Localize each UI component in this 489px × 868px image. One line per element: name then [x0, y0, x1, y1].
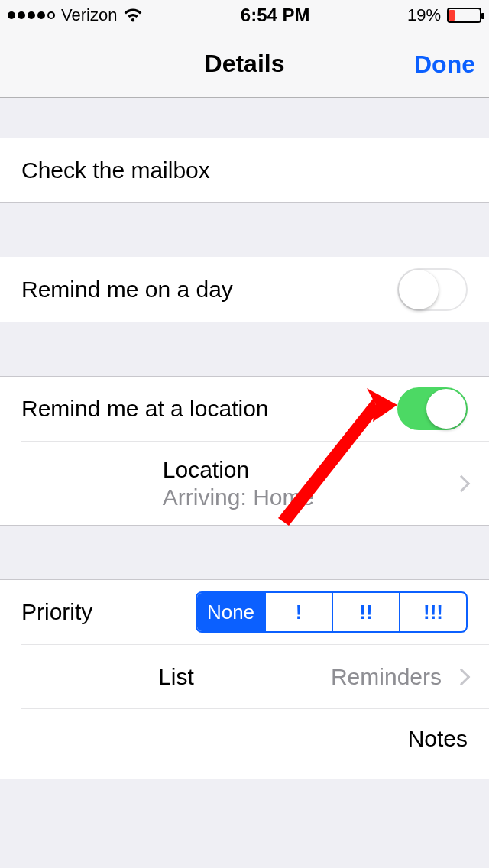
location-value: Arriving: Home — [163, 484, 314, 510]
remind-day-toggle[interactable] — [397, 268, 468, 311]
remind-location-toggle[interactable] — [397, 387, 468, 430]
location-row[interactable]: Location Arriving: Home — [21, 441, 489, 525]
priority-segmented[interactable]: None ! !! !!! — [196, 591, 468, 633]
location-label: Location — [163, 457, 314, 483]
remind-day-row: Remind me on a day — [0, 257, 489, 322]
nav-bar: Details Done — [0, 31, 489, 98]
priority-label: Priority — [21, 599, 92, 625]
chevron-right-icon — [453, 474, 471, 492]
status-right: 19% — [407, 5, 481, 25]
carrier-label: Verizon — [61, 5, 117, 25]
done-button[interactable]: Done — [414, 50, 475, 78]
notes-row[interactable]: Notes — [21, 708, 489, 779]
list-row[interactable]: List Reminders — [21, 644, 489, 708]
clock-label: 6:54 PM — [241, 5, 310, 26]
remind-location-group: Remind me at a location Location Arrivin… — [0, 376, 489, 526]
remind-location-label: Remind me at a location — [21, 396, 269, 422]
notes-label: Notes — [408, 726, 468, 752]
wifi-icon — [123, 8, 143, 23]
status-left: Verizon — [8, 5, 143, 25]
remind-day-label: Remind me on a day — [21, 277, 233, 303]
page-title: Details — [205, 50, 285, 78]
priority-option-none[interactable]: None — [197, 593, 264, 631]
chevron-right-icon — [453, 668, 471, 685]
priority-row: Priority None ! !! !!! — [0, 580, 489, 644]
reminder-title-text: Check the mailbox — [21, 157, 210, 183]
reminder-title-group: Check the mailbox — [0, 138, 489, 203]
priority-option-low[interactable]: ! — [264, 593, 332, 631]
signal-strength-icon — [8, 11, 55, 19]
remind-location-row: Remind me at a location — [0, 377, 489, 441]
remind-day-group: Remind me on a day — [0, 257, 489, 322]
priority-option-med[interactable]: !! — [332, 593, 399, 631]
list-label: List — [158, 664, 194, 690]
reminder-title-field[interactable]: Check the mailbox — [0, 138, 489, 202]
list-value: Reminders — [331, 664, 442, 690]
battery-icon — [447, 8, 481, 23]
priority-option-high[interactable]: !!! — [399, 593, 466, 631]
battery-percent-label: 19% — [407, 5, 441, 25]
options-group: Priority None ! !! !!! List Reminders No… — [0, 579, 489, 779]
status-bar: Verizon 6:54 PM 19% — [0, 0, 489, 31]
